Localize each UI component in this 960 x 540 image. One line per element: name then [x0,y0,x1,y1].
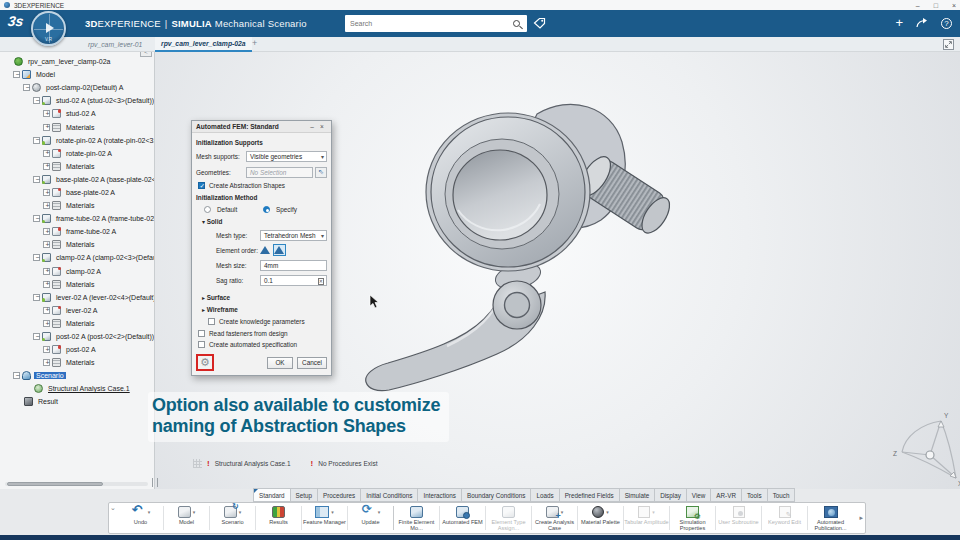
dropdown-caret-icon[interactable]: ▾ [378,509,381,515]
tree-item-label[interactable]: base-plate-02 A (base-plate-02<3: [54,176,155,183]
scrollbar-thumb[interactable] [7,482,103,486]
specify-radio[interactable] [263,206,270,213]
auto-specification-checkbox[interactable] [198,341,205,348]
mesh-supports-select[interactable]: Visible geometries [246,151,327,162]
expander-icon[interactable] [43,359,50,366]
tree-item-label[interactable]: stud-02 A (stud-02<3>(Default)) [54,97,155,104]
results-icon[interactable] [272,506,285,518]
axis-triad-icon[interactable] [902,421,956,478]
update-icon[interactable] [361,505,376,518]
add-content-icon[interactable]: + [895,16,903,30]
ribbon-tab-procedures[interactable]: Procedures [318,488,361,502]
expander-icon[interactable] [43,110,50,117]
ribbon-tab-predefined-fields[interactable]: Predefined Fields [560,488,620,502]
dropdown-caret-icon[interactable]: ▾ [239,509,242,515]
expander-icon[interactable] [33,97,40,104]
tag-icon[interactable] [533,17,546,30]
ribbon-tab-setup[interactable]: Setup [291,488,318,502]
ribbon-tab-view[interactable]: View [687,488,712,502]
mesh-type-select[interactable]: Tetrahedron Mesh [260,230,327,241]
share-icon[interactable] [915,17,929,29]
tree-item-label[interactable]: Materials [64,124,96,131]
clear-field-icon[interactable]: ✕ [318,278,325,285]
expander-icon[interactable] [43,189,50,196]
wireframe-section-toggle[interactable]: Wireframe [202,306,238,313]
tree-item-label[interactable]: lever-02 A [64,307,100,314]
tree-horizontal-scrollbar[interactable] [5,482,148,486]
ribbon-tab-standard[interactable]: Standard [253,488,291,502]
tree-item-label[interactable]: rotate-pin-02 A (rotate-pin-02<3> [54,137,155,144]
tree-item-label[interactable]: Materials [64,163,96,170]
tree-item-label[interactable]: post-02 A [64,346,98,353]
tree-item-label[interactable]: Materials [64,281,96,288]
model-button[interactable]: ▾Model [164,503,209,533]
create-analysis-case-icon[interactable] [546,506,559,518]
quadratic-element-icon[interactable] [274,245,285,255]
undo-button[interactable]: ▾Undo [118,503,163,533]
ok-button[interactable]: OK [267,357,293,369]
tree-item-label[interactable]: Materials [64,359,96,366]
automated-fem-icon[interactable] [456,506,469,518]
tree-item-label[interactable]: Materials [64,320,96,327]
tree-item-label[interactable]: clamp-02 A [64,268,103,275]
geometry-picker-icon[interactable] [315,167,327,178]
options-gear-icon[interactable]: ⚙ [200,357,210,368]
search-icon[interactable] [513,20,520,27]
minimize-button[interactable]: – [916,2,920,9]
help-icon[interactable]: ? [941,18,952,29]
tree-item-label[interactable]: Structural Analysis Case.1 [46,385,132,392]
expander-icon[interactable] [33,137,40,144]
simulation-properties-button[interactable]: Simulation Properties [670,503,715,533]
ribbon-tab-simulate[interactable]: Simulate [620,488,656,502]
expander-icon[interactable] [43,150,50,157]
dialog-close-icon[interactable]: × [317,123,327,130]
linear-element-icon[interactable] [260,245,271,255]
ribbon-tab-loads[interactable]: Loads [531,488,559,502]
expander-icon[interactable] [33,254,40,261]
tree-item-label[interactable]: post-clamp-02(Default) A [44,84,125,91]
toolbar-overflow-icon[interactable]: ▸ [859,514,863,522]
mesh-size-field[interactable]: 4mm [260,260,327,271]
solid-section-toggle[interactable]: Solid [202,218,222,225]
cancel-button[interactable]: Cancel [297,357,327,369]
create-abstraction-checkbox[interactable] [198,182,205,189]
dialog-titlebar[interactable]: Automated FEM: Standard – × [192,121,331,133]
expander-icon[interactable] [43,268,50,275]
document-tab[interactable]: rpv_cam_lever-01 [82,37,148,52]
new-tab-button[interactable]: + [252,38,257,48]
compass-play-icon[interactable] [46,23,54,33]
tree-item-label[interactable]: frame-tube-02 A (frame-tube-02<: [54,215,155,222]
simulation-properties-icon[interactable] [686,506,699,518]
tree-item-label[interactable]: rotate-pin-02 A [64,150,114,157]
dialog-minimize-icon[interactable]: – [307,123,317,130]
expander-icon[interactable] [43,163,50,170]
tree-collapse-button[interactable]: < [140,52,152,57]
material-palette-icon[interactable] [592,506,604,518]
tree-item-label[interactable]: clamp-02 A (clamp-02<3>(Default)) [54,254,155,261]
tree-item-label[interactable]: Materials [64,241,96,248]
knowledge-parameters-checkbox[interactable] [208,318,215,325]
expander-icon[interactable] [33,215,40,222]
material-palette-button[interactable]: ▾Material Palette [578,503,623,533]
search-box[interactable] [345,15,527,32]
tree-item-label[interactable]: rpv_cam_lever_clamp-02a [26,58,112,65]
results-button[interactable]: Results [256,503,301,533]
ribbon-tab-display[interactable]: Display [655,488,687,502]
ribbon-tab-interactions[interactable]: Interactions [418,488,462,502]
document-tab[interactable]: rpv_cam_lever_clamp-02a [155,37,252,52]
ribbon-tab-initial-conditions[interactable]: Initial Conditions [361,488,418,502]
finite-element-model-icon[interactable] [410,506,423,518]
automated-publication-icon[interactable] [824,506,838,518]
expander-icon[interactable] [43,346,50,353]
expander-icon[interactable] [33,176,40,183]
read-fasteners-checkbox[interactable] [198,330,205,337]
tree-item-label[interactable]: post-02 A (post-02<2>(Default)) [54,333,155,340]
tree-item-label[interactable]: stud-02 A [64,110,98,117]
dropdown-caret-icon[interactable]: ▾ [193,509,196,515]
sag-ratio-field[interactable]: 0.1✕ [260,275,327,286]
default-radio[interactable] [204,206,211,213]
analysis-case-status[interactable]: Structural Analysis Case.1 [215,460,291,467]
model-icon[interactable] [178,506,191,518]
panel-resize-grip[interactable] [152,478,158,487]
expander-icon[interactable] [23,84,30,91]
